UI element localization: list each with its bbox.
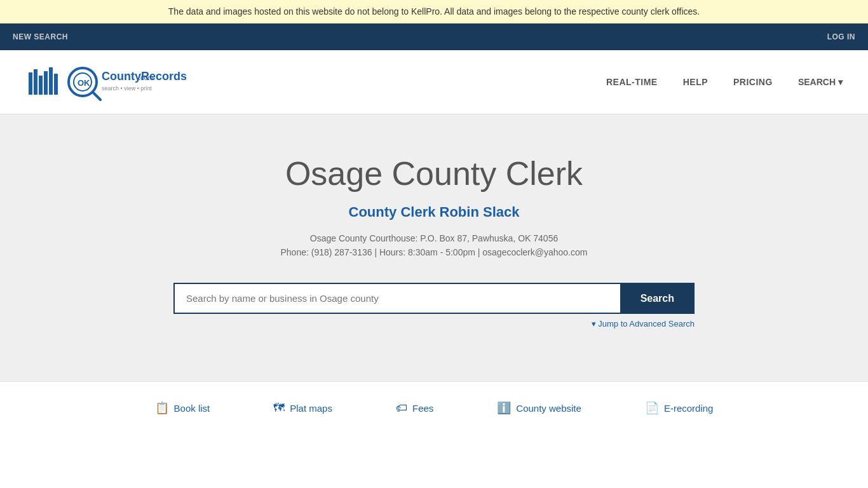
fees-link[interactable]: 🏷 Fees — [396, 402, 433, 415]
search-button[interactable]: Search — [620, 283, 695, 314]
book-list-link[interactable]: 📋 Book list — [155, 401, 210, 415]
plat-maps-label: Plat maps — [290, 403, 332, 414]
county-website-label: County website — [516, 403, 581, 414]
banner-text: The data and images hosted on this websi… — [168, 6, 700, 17]
svg-rect-5 — [54, 74, 58, 95]
svg-line-8 — [93, 93, 100, 100]
book-list-icon: 📋 — [155, 401, 169, 415]
county-website-link[interactable]: ℹ️ County website — [497, 401, 581, 415]
address-info: Osage County Courthouse: P.O. Box 87, Pa… — [310, 233, 558, 243]
contact-info: Phone: (918) 287-3136 | Hours: 8:30am - … — [281, 247, 588, 257]
book-list-label: Book list — [174, 403, 210, 414]
svg-text:search • view • print: search • view • print — [102, 85, 152, 92]
search-input[interactable] — [173, 283, 620, 314]
svg-rect-3 — [44, 71, 48, 95]
county-title: Osage County Clerk — [285, 154, 583, 193]
footer-links-section: 📋 Book list 🗺 Plat maps 🏷 Fees ℹ️ County… — [0, 381, 868, 434]
fees-label: Fees — [412, 403, 433, 414]
notice-banner: The data and images hosted on this websi… — [0, 0, 868, 24]
plat-maps-icon: 🗺 — [273, 402, 285, 415]
svg-text:.com: .com — [139, 74, 154, 81]
main-nav: REAL-TIME HELP PRICING SEARCH ▾ — [606, 77, 843, 87]
erecording-label: E-recording — [664, 403, 714, 414]
svg-text:OK: OK — [78, 78, 90, 88]
erecording-icon: 📄 — [645, 401, 659, 415]
search-nav-dropdown[interactable]: SEARCH ▾ — [798, 77, 843, 87]
search-nav-label: SEARCH — [798, 77, 836, 87]
plat-maps-link[interactable]: 🗺 Plat maps — [273, 402, 332, 415]
site-logo: OK CountyRecords .com search • view • pr… — [25, 60, 191, 104]
advanced-search-link[interactable]: ▾ Jump to Advanced Search — [592, 319, 695, 329]
hero-section: Osage County Clerk County Clerk Robin Sl… — [0, 114, 868, 381]
help-nav-link[interactable]: HELP — [683, 77, 708, 87]
pricing-nav-link[interactable]: PRICING — [733, 77, 773, 87]
new-search-link[interactable]: NEW SEARCH — [13, 32, 68, 41]
svg-rect-4 — [49, 67, 53, 95]
dropdown-chevron-icon: ▾ — [838, 77, 843, 87]
clerk-name: County Clerk Robin Slack — [349, 204, 520, 220]
login-link[interactable]: LOG IN — [827, 32, 855, 41]
main-header: OK CountyRecords .com search • view • pr… — [0, 50, 868, 114]
county-website-icon: ℹ️ — [497, 401, 511, 415]
logo-area: OK CountyRecords .com search • view • pr… — [25, 60, 191, 104]
fees-icon: 🏷 — [396, 402, 407, 415]
search-form: Search — [173, 283, 695, 314]
svg-rect-0 — [29, 72, 32, 95]
erecording-link[interactable]: 📄 E-recording — [645, 401, 714, 415]
top-nav: NEW SEARCH LOG IN — [0, 24, 868, 50]
svg-rect-2 — [39, 76, 43, 95]
advanced-search-area: ▾ Jump to Advanced Search — [173, 319, 695, 329]
svg-rect-1 — [34, 69, 37, 95]
realtime-nav-link[interactable]: REAL-TIME — [606, 77, 658, 87]
